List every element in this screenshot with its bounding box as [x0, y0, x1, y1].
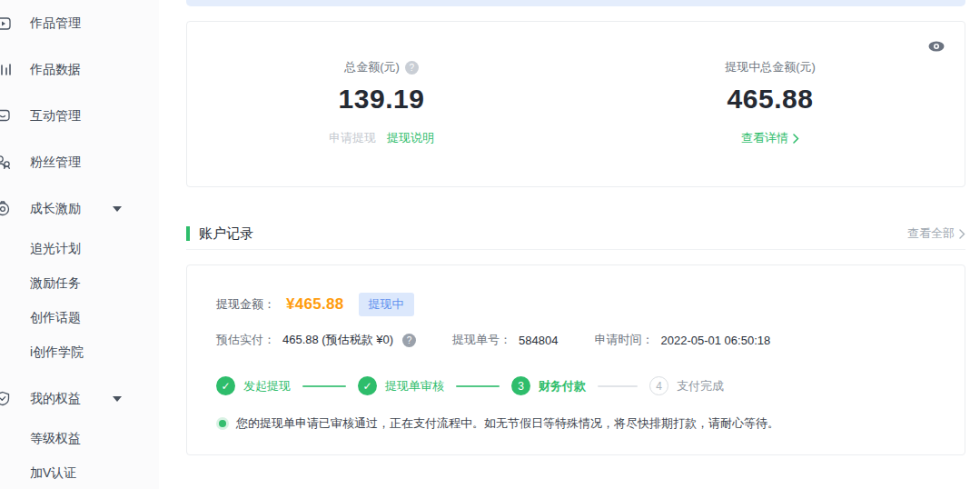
main-content: 总金额(元) ? 139.19 申请提现 提现说明 提现中总金额(元) 465.…: [186, 0, 965, 489]
chat-icon: [0, 108, 18, 125]
step-label: 支付完成: [677, 378, 724, 394]
sidebar-item-fans[interactable]: 粉丝管理: [0, 139, 159, 185]
withdrawing-amount-label: 提现中总金额(元): [725, 59, 816, 75]
sidebar-item-creator-academy[interactable]: i创作学院: [0, 335, 159, 370]
sidebar-item-growth[interactable]: 成长激励: [0, 185, 159, 232]
step-label: 财务付款: [539, 378, 586, 394]
sidebar-item-label: 激励任务: [30, 275, 81, 292]
step-connector: [302, 385, 346, 387]
sidebar-item-my-benefits[interactable]: 我的权益: [0, 375, 159, 422]
notice-banner-edge: [186, 0, 965, 6]
total-amount-block: 总金额(元) ? 139.19 申请提现 提现说明: [187, 22, 576, 186]
estimate-label: 预估实付：: [216, 332, 275, 348]
section-accent-bar: [186, 226, 190, 241]
sidebar-item-interaction[interactable]: 互动管理: [0, 93, 159, 139]
chevron-down-icon: [113, 396, 122, 402]
sidebar-item-level-benefits[interactable]: 等级权益: [0, 422, 159, 456]
total-amount-label: 总金额(元): [344, 59, 400, 75]
order-no-label: 提现单号：: [452, 332, 511, 348]
status-badge: 提现中: [359, 293, 414, 316]
view-detail-link[interactable]: 查看详情: [741, 130, 799, 146]
sidebar-item-label: 作品管理: [30, 15, 81, 32]
apply-time-value: 2022-05-01 06:50:18: [661, 334, 771, 347]
help-icon[interactable]: ?: [405, 61, 419, 75]
sidebar-item-label: 加V认证: [30, 465, 76, 482]
chevron-down-icon: [113, 206, 122, 212]
status-message-row: 您的提现单申请已审核通过，正在支付流程中。如无节假日等特殊情况，将尽快排期打款，…: [216, 415, 935, 432]
total-amount-value: 139.19: [187, 84, 576, 115]
apply-withdraw-link: 申请提现: [329, 130, 376, 146]
sidebar-item-v-verification[interactable]: 加V认证: [0, 456, 159, 489]
sidebar-item-incentive-tasks[interactable]: 激励任务: [0, 266, 159, 301]
video-icon: [0, 15, 18, 32]
order-no-value: 584804: [519, 334, 558, 347]
chevron-right-icon: [793, 134, 799, 144]
step-connector: [456, 385, 500, 387]
record-amount-row: 提现金额： ¥465.88 提现中: [216, 293, 935, 316]
sidebar-item-works-manage[interactable]: 作品管理: [0, 0, 159, 46]
medal-icon: [0, 201, 18, 217]
step-done-icon: ✓: [216, 376, 235, 395]
total-amount-label-row: 总金额(元) ?: [344, 59, 419, 75]
sidebar-item-label: 等级权益: [30, 431, 81, 447]
fans-icon: [0, 155, 18, 171]
sidebar-item-zhuiguang-plan[interactable]: 追光计划: [0, 232, 159, 266]
step-current-icon: 3: [511, 376, 530, 395]
sidebar-item-label: 作品数据: [30, 62, 81, 78]
step-done-icon: ✓: [358, 376, 377, 395]
view-all-link[interactable]: 查看全部: [907, 225, 965, 242]
bar-chart-icon: [0, 62, 18, 78]
sidebar-item-label: 互动管理: [30, 108, 81, 125]
step-label: 发起提现: [243, 378, 291, 394]
sidebar-item-works-data[interactable]: 作品数据: [0, 46, 159, 93]
account-records-header: 账户记录 查看全部: [186, 225, 965, 242]
total-amount-links: 申请提现 提现说明: [187, 130, 576, 146]
sidebar-item-label: 我的权益: [30, 391, 81, 407]
sidebar-item-label: 粉丝管理: [30, 155, 81, 171]
sidebar-item-label: i创作学院: [30, 344, 84, 361]
apply-time-label: 申请时间：: [595, 332, 654, 348]
sidebar: 作品管理 作品数据 互动管理: [0, 0, 159, 489]
wallet-page: 作品管理 作品数据 互动管理: [0, 0, 980, 489]
step-label: 提现单审核: [385, 378, 444, 394]
withdraw-amount-value: ¥465.88: [286, 295, 344, 314]
eye-icon[interactable]: [927, 40, 945, 53]
estimate-value: 465.88 (预估税款 ¥0): [282, 332, 393, 348]
withdrawing-amount-block: 提现中总金额(元) 465.88 查看详情: [576, 22, 965, 186]
section-divider: [186, 249, 965, 250]
record-detail-row: 预估实付： 465.88 (预估税款 ¥0) ? 提现单号： 584804 申请…: [216, 332, 935, 348]
chevron-right-icon: [959, 229, 965, 239]
shield-icon: [0, 391, 18, 407]
section-title: 账户记录: [199, 225, 253, 243]
status-dot: [219, 420, 226, 427]
help-icon[interactable]: ?: [402, 334, 416, 347]
sidebar-item-label: 追光计划: [30, 241, 81, 257]
sidebar-item-label: 成长激励: [30, 201, 81, 217]
status-message: 您的提现单申请已审核通过，正在支付流程中。如无节假日等特殊情况，将尽快排期打款，…: [236, 415, 779, 432]
amount-label: 提现金额：: [216, 296, 275, 313]
sidebar-item-creation-topics[interactable]: 创作话题: [0, 301, 159, 335]
withdrawing-amount-value: 465.88: [576, 84, 965, 115]
withdrawal-record-card: 提现金额： ¥465.88 提现中 预估实付： 465.88 (预估税款 ¥0)…: [186, 264, 965, 455]
sidebar-item-label: 创作话题: [30, 310, 81, 326]
step-pending-icon: 4: [649, 376, 668, 395]
balance-summary-card: 总金额(元) ? 139.19 申请提现 提现说明 提现中总金额(元) 465.…: [186, 21, 965, 187]
step-connector: [598, 385, 638, 387]
withdraw-info-link[interactable]: 提现说明: [387, 130, 434, 146]
withdraw-progress-steps: ✓ 发起提现 ✓ 提现单审核 3 财务付款 4 支付完成: [216, 376, 935, 395]
